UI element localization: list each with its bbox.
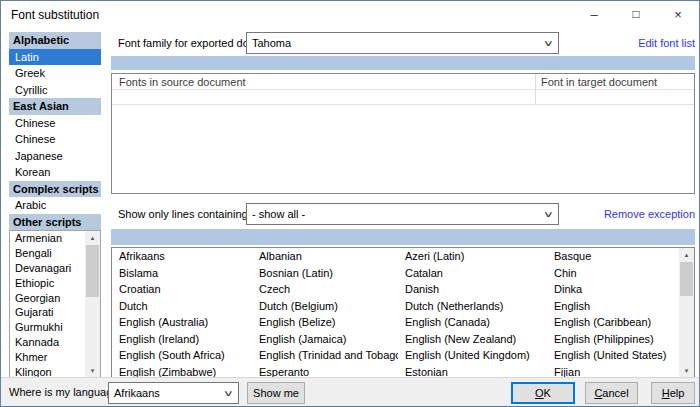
language-item[interactable]: Basque [547, 248, 679, 265]
language-list: Afrikaans Albanian Azeri (Latin) Basque … [111, 247, 695, 379]
ok-label: OK [535, 387, 551, 399]
show-me-button[interactable]: Show me [247, 382, 305, 404]
language-item[interactable]: English (South Africa) [112, 347, 252, 364]
minimize-icon: – [590, 7, 597, 22]
scroll-up-icon[interactable]: ▴ [679, 248, 694, 262]
language-item[interactable]: English (United States) [547, 347, 679, 364]
sidebar-header-other-scripts: Other scripts [9, 214, 101, 231]
cancel-button[interactable]: Cancel [585, 382, 638, 404]
fonts-table: Fonts in source document Font in target … [111, 73, 695, 194]
sidebar-item-arabic[interactable]: Arabic [9, 197, 101, 214]
sidebar-item-ethiopic[interactable]: Ethiopic [10, 276, 85, 291]
scrollbar-thumb[interactable] [680, 262, 693, 296]
sidebar-header-alphabetic: Alphabetic [9, 32, 101, 49]
language-item[interactable]: English (Caribbean) [547, 314, 679, 331]
other-scripts-scrollbar[interactable]: ▴ ▾ [85, 231, 100, 378]
footer-bar: Where is my language? Afrikaans ∨ Show m… [1, 377, 699, 406]
maximize-button[interactable]: □ [615, 1, 657, 27]
filter-combobox[interactable]: - show all - ∨ [246, 203, 559, 225]
sidebar-item-khmer[interactable]: Khmer [10, 350, 85, 365]
chevron-down-icon: ∨ [545, 204, 552, 224]
sidebar-item-kannada[interactable]: Kannada [10, 335, 85, 350]
language-item[interactable]: English (Ireland) [112, 331, 252, 348]
sidebar-item-gurmukhi[interactable]: Gurmukhi [10, 320, 85, 335]
column-header-target: Font in target document [541, 74, 657, 90]
language-item[interactable]: Catalan [398, 265, 547, 282]
language-item[interactable]: Azeri (Latin) [398, 248, 547, 265]
window-title: Font substitution [11, 8, 99, 22]
font-family-row: Font family for exported documents Tahom… [111, 32, 695, 54]
show-me-label: Show me [253, 387, 299, 399]
filter-label: Show only lines containing [118, 203, 248, 225]
chevron-down-icon: ∨ [225, 383, 232, 403]
sidebar-header-complex-scripts: Complex scripts [9, 181, 101, 198]
sidebar-item-latin[interactable]: Latin [9, 49, 101, 66]
window-controls: – □ × [573, 1, 699, 27]
language-item[interactable]: Dutch (Belgium) [252, 298, 398, 315]
sidebar-item-greek[interactable]: Greek [9, 65, 101, 82]
language-item[interactable]: English (United Kingdom) [398, 347, 547, 364]
cancel-label: Cancel [594, 387, 628, 399]
language-item[interactable]: English (Canada) [398, 314, 547, 331]
minimize-button[interactable]: – [573, 1, 615, 27]
close-icon: × [674, 7, 682, 22]
scroll-up-icon[interactable]: ▴ [85, 231, 100, 245]
fonts-table-header: Fonts in source document Font in target … [112, 74, 694, 90]
language-item[interactable]: Danish [398, 281, 547, 298]
language-item[interactable]: Chin [547, 265, 679, 282]
help-button[interactable]: Help [651, 382, 695, 404]
scroll-down-icon[interactable]: ▾ [85, 364, 100, 378]
sidebar-item-korean[interactable]: Korean [9, 164, 101, 181]
language-item[interactable]: English (Australia) [112, 314, 252, 331]
language-item[interactable]: Dutch [112, 298, 252, 315]
sidebar-item-chinese-simplified[interactable]: Chinese (simplified) [9, 115, 101, 132]
column-header-source: Fonts in source document [119, 74, 246, 90]
scroll-down-icon[interactable]: ▾ [679, 364, 694, 378]
remove-exception-link[interactable]: Remove exception [604, 203, 695, 225]
help-label: Help [662, 387, 685, 399]
ok-button[interactable]: OK [511, 382, 575, 404]
language-combobox-value: Afrikaans [114, 387, 160, 399]
sidebar-item-gujarati[interactable]: Gujarati [10, 305, 85, 320]
language-item[interactable]: Bosnian (Latin) [252, 265, 398, 282]
title-bar: Font substitution – □ × [1, 1, 699, 27]
sidebar-item-japanese[interactable]: Japanese [9, 148, 101, 165]
edit-font-list-link[interactable]: Edit font list [638, 32, 695, 54]
language-item[interactable]: Croatian [112, 281, 252, 298]
language-item[interactable]: Afrikaans [112, 248, 252, 265]
fonts-table-top-strip [111, 56, 695, 70]
language-item[interactable]: Bislama [112, 265, 252, 282]
close-button[interactable]: × [657, 1, 699, 27]
sidebar-item-georgian[interactable]: Georgian [10, 291, 85, 306]
language-grid: Afrikaans Albanian Azeri (Latin) Basque … [112, 248, 679, 378]
language-list-scrollbar[interactable]: ▴ ▾ [679, 248, 694, 378]
chevron-down-icon: ∨ [545, 33, 552, 53]
sidebar-item-cyrillic[interactable]: Cyrillic [9, 82, 101, 99]
empty-table-row[interactable] [112, 90, 694, 105]
font-family-value: Tahoma [252, 37, 291, 49]
sidebar-item-devanagari[interactable]: Devanagari [10, 261, 85, 276]
other-scripts-list: Armenian Bengali Devanagari Ethiopic Geo… [9, 230, 101, 379]
language-item[interactable]: Albanian [252, 248, 398, 265]
language-item[interactable]: English [547, 298, 679, 315]
sidebar-item-chinese-traditional[interactable]: Chinese (traditional) [9, 131, 101, 148]
language-item[interactable]: English (Belize) [252, 314, 398, 331]
scrollbar-thumb[interactable] [86, 245, 99, 297]
language-item[interactable]: English (New Zealand) [398, 331, 547, 348]
filter-value: - show all - [252, 208, 305, 220]
language-item[interactable]: Dinka [547, 281, 679, 298]
font-family-combobox[interactable]: Tahoma ∨ [246, 32, 559, 54]
language-item[interactable]: English (Trinidad and Tobago) [252, 347, 398, 364]
filter-row: Show only lines containing - show all - … [111, 203, 695, 225]
language-combobox[interactable]: Afrikaans ∨ [108, 382, 239, 404]
maximize-icon: □ [632, 7, 639, 21]
sidebar-item-armenian[interactable]: Armenian [10, 231, 85, 246]
sidebar-item-bengali[interactable]: Bengali [10, 246, 85, 261]
language-item[interactable]: Czech [252, 281, 398, 298]
font-substitution-dialog: Font substitution – □ × Alphabetic Latin… [0, 0, 700, 407]
language-item[interactable]: English (Jamaica) [252, 331, 398, 348]
language-item[interactable]: Dutch (Netherlands) [398, 298, 547, 315]
language-list-top-strip [111, 229, 695, 245]
language-item[interactable]: English (Philippines) [547, 331, 679, 348]
sidebar-header-east-asian: East Asian [9, 98, 101, 115]
